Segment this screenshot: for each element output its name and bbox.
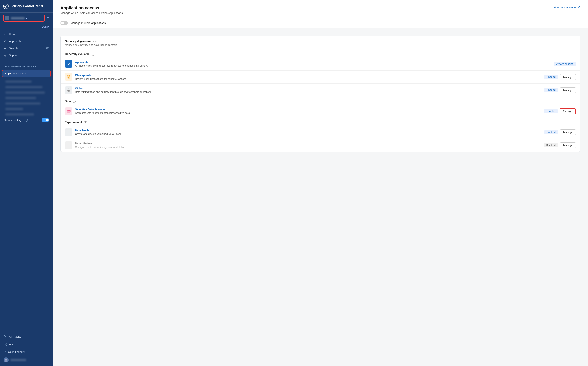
check-icon: ✓ — [3, 39, 7, 43]
approvals-status-badge: Always enabled — [554, 62, 576, 66]
app-item-data-feeds: Data Feeds Create and govern versioned D… — [60, 126, 580, 139]
sidebar-blurred-3 — [0, 90, 53, 93]
security-governance-title: Security & governance — [65, 39, 576, 43]
blurred-bar-6 — [6, 108, 23, 110]
sidebar-item-support-label: Support — [9, 54, 18, 57]
sidebar-blurred-5 — [0, 101, 53, 104]
sidebar-item-help[interactable]: ? Help — [0, 341, 53, 348]
data-lifetime-info: Data Lifetime Configure and review linea… — [75, 142, 541, 148]
foundry-logo — [3, 3, 8, 9]
data-lifetime-status-badge: Disabled — [544, 143, 558, 147]
svg-rect-19 — [67, 145, 70, 145]
cipher-actions: Enabled Manage — [544, 87, 576, 93]
sidebar-blurred-1 — [0, 79, 53, 82]
sensitive-scanner-status-badge: Enabled — [544, 109, 558, 113]
app-item-checkpoints: Checkpoints Review user justifications f… — [60, 70, 580, 84]
sidebar-item-search[interactable]: Search ⌘J — [0, 45, 53, 52]
checkpoints-name[interactable]: Checkpoints — [75, 74, 542, 77]
blurred-bar-4 — [6, 97, 36, 99]
blurred-bar-2 — [6, 86, 43, 88]
sidebar-item-home[interactable]: ⌂ Home — [0, 30, 53, 38]
workspace-selector[interactable]: ▾ — [3, 15, 45, 22]
cipher-manage-button[interactable]: Manage — [560, 87, 576, 93]
cipher-status-badge: Enabled — [544, 88, 558, 92]
data-lifetime-desc: Configure and review lineage-aware delet… — [75, 145, 541, 148]
aip-assist-label: AIP Assist — [9, 335, 21, 338]
show-settings-info-icon: i — [25, 119, 28, 122]
sidebar-item-application-access[interactable]: Application access — [2, 70, 51, 77]
svg-point-1 — [6, 6, 7, 7]
view-docs-label: View documentation — [553, 6, 577, 8]
help-icon: ? — [3, 343, 7, 346]
sidebar-bottom: AIP Assist ? Help ↗ Open Foundry — [0, 331, 53, 366]
svg-rect-17 — [67, 133, 69, 133]
manage-multiple-toggle[interactable] — [60, 21, 68, 25]
cipher-name[interactable]: Cipher — [75, 87, 542, 90]
workspace-chevron-icon: ▾ — [26, 17, 27, 20]
beta-section: Beta i Sensitive — [60, 97, 580, 117]
experimental-info-icon: i — [84, 121, 87, 124]
sidebar-nav: ⌂ Home ✓ Approvals Search ⌘J ◎ Support — [0, 29, 53, 61]
approvals-desc: An inbox to review and approve requests … — [75, 64, 551, 67]
aip-assist-icon — [3, 335, 7, 339]
main-header-left: Application access Manage which users ca… — [60, 6, 123, 15]
svg-rect-13 — [68, 111, 69, 112]
blurred-bar-3 — [6, 92, 45, 93]
gear-icon[interactable]: ⚙ — [46, 16, 50, 20]
divider — [0, 62, 53, 62]
workspace-name-blurred — [11, 17, 24, 19]
data-feeds-status-badge: Enabled — [544, 130, 558, 134]
manage-toggle-bar: Manage multiple applications — [53, 18, 588, 28]
svg-rect-20 — [67, 146, 69, 146]
svg-rect-18 — [67, 144, 70, 145]
cipher-app-icon — [65, 86, 72, 94]
sensitive-scanner-app-icon — [65, 107, 72, 115]
security-governance-desc: Manage data privacy and governance contr… — [65, 44, 576, 46]
sidebar-item-user-profile[interactable] — [0, 356, 53, 365]
blurred-bar-7 — [6, 114, 34, 115]
view-documentation-link[interactable]: View documentation ↗ — [553, 6, 580, 8]
data-feeds-info: Data Feeds Create and govern versioned D… — [75, 129, 542, 136]
sidebar-item-search-label: Search — [9, 47, 17, 50]
sensitive-scanner-name[interactable]: Sensitive Data Scanner — [75, 108, 541, 111]
sidebar-item-open-foundry[interactable]: ↗ Open Foundry — [0, 348, 53, 356]
open-foundry-label: Open Foundry — [8, 351, 25, 353]
checkpoints-desc: Review user justifications for sensitive… — [75, 77, 542, 80]
sidebar-item-aip-assist[interactable]: AIP Assist — [0, 333, 53, 341]
sidebar-item-approvals[interactable]: ✓ Approvals — [0, 38, 53, 45]
workspace-icon — [5, 16, 9, 20]
approvals-name[interactable]: Approvals — [75, 61, 551, 64]
blurred-bar-5 — [6, 102, 40, 105]
beta-label: Beta i — [60, 97, 580, 105]
cipher-info: Cipher Data minimization and obfuscation… — [75, 87, 542, 93]
data-lifetime-manage-button[interactable]: Manage — [560, 143, 576, 148]
sidebar: Foundry Control Panel ▾ ⚙ Switch ⌂ Home … — [0, 0, 53, 366]
org-settings-header[interactable]: ORGANIZATION SETTINGS ▾ — [0, 64, 53, 69]
sidebar-title: Foundry Control Panel — [10, 5, 43, 8]
approvals-app-icon — [65, 60, 72, 68]
approvals-actions: Always enabled — [554, 62, 576, 66]
sidebar-item-support[interactable]: ◎ Support — [0, 52, 53, 59]
data-feeds-name[interactable]: Data Feeds — [75, 129, 542, 132]
app-item-approvals: Approvals An inbox to review and approve… — [60, 58, 580, 70]
sensitive-scanner-manage-button[interactable]: Manage — [559, 108, 576, 114]
data-feeds-manage-button[interactable]: Manage — [560, 130, 576, 135]
avatar — [3, 358, 8, 363]
main-header: Application access Manage which users ca… — [53, 0, 588, 18]
checkpoints-manage-button[interactable]: Manage — [560, 74, 576, 80]
data-lifetime-app-icon — [65, 142, 72, 149]
page-subtitle: Manage which users can access which appl… — [60, 12, 123, 15]
show-all-settings-toggle[interactable] — [42, 118, 49, 122]
blurred-bar-1 — [6, 81, 31, 83]
show-all-settings-label: Show all settings — [3, 119, 23, 122]
workspace-switch-row: ▾ ⚙ — [0, 13, 53, 24]
search-icon — [3, 46, 7, 50]
app-item-cipher: Cipher Data minimization and obfuscation… — [60, 84, 580, 97]
sidebar-blurred-4 — [0, 96, 53, 99]
svg-rect-15 — [67, 131, 70, 131]
security-governance-card: Security & governance Manage data privac… — [60, 36, 580, 152]
generally-available-label: Generally available i — [60, 49, 580, 58]
switch-button[interactable]: Switch — [42, 25, 49, 28]
sidebar-item-home-label: Home — [9, 32, 16, 36]
help-label: Help — [9, 343, 15, 346]
